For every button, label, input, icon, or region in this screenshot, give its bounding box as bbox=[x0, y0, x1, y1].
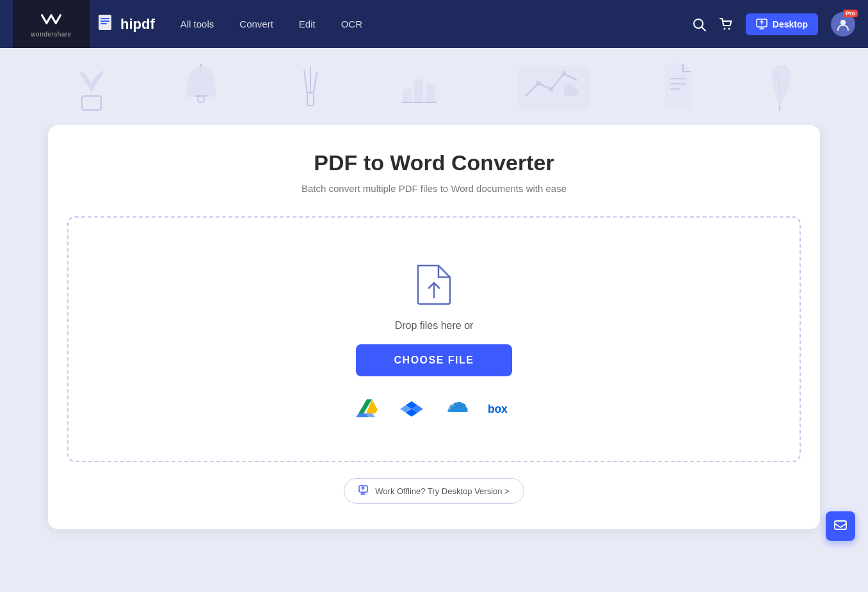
user-avatar-wrapper[interactable]: Pro bbox=[831, 12, 855, 36]
svg-point-9 bbox=[840, 20, 846, 25]
nav-edit[interactable]: Edit bbox=[299, 19, 316, 29]
converter-card: PDF to Word Converter Batch convert mult… bbox=[48, 125, 820, 529]
wondershare-logo: wondershare bbox=[13, 0, 90, 48]
nav-actions: Desktop Pro bbox=[692, 12, 855, 36]
desktop-version-button[interactable]: Work Offline? Try Desktop Version > bbox=[344, 478, 524, 504]
illus-document bbox=[661, 61, 696, 112]
navbar: wondershare hipdf All tools Convert Edit… bbox=[0, 0, 868, 48]
svg-rect-20 bbox=[426, 85, 434, 102]
illus-plant bbox=[72, 61, 111, 112]
nav-links: All tools Convert Edit OCR bbox=[181, 19, 692, 29]
drop-zone[interactable]: Drop files here or CHOOSE FILE bbox=[67, 216, 801, 462]
box-icon[interactable]: box bbox=[488, 396, 515, 422]
svg-point-12 bbox=[198, 96, 204, 102]
svg-line-17 bbox=[314, 72, 317, 93]
google-drive-icon[interactable] bbox=[353, 396, 380, 422]
nav-ocr[interactable]: OCR bbox=[341, 19, 362, 29]
desktop-banner-text: Work Offline? Try Desktop Version > bbox=[375, 486, 509, 496]
illus-chart bbox=[397, 61, 448, 112]
svg-rect-0 bbox=[99, 15, 111, 30]
cart-button[interactable] bbox=[719, 17, 733, 31]
hero-background bbox=[0, 48, 868, 125]
illus-bell bbox=[179, 61, 223, 112]
svg-rect-19 bbox=[415, 80, 422, 102]
svg-rect-18 bbox=[403, 90, 411, 102]
svg-point-3 bbox=[723, 28, 725, 29]
svg-line-15 bbox=[304, 70, 307, 93]
converter-subtitle: Batch convert multiple PDF files to Word… bbox=[67, 183, 801, 194]
svg-line-2 bbox=[702, 27, 705, 31]
desktop-button[interactable]: Desktop bbox=[746, 13, 818, 35]
upload-icon bbox=[412, 256, 456, 307]
upload-icon-wrapper bbox=[412, 256, 456, 307]
message-float-button[interactable] bbox=[826, 511, 855, 541]
choose-file-button[interactable]: CHOOSE FILE bbox=[356, 344, 513, 376]
search-button[interactable] bbox=[692, 17, 706, 31]
nav-convert[interactable]: Convert bbox=[239, 19, 273, 29]
svg-rect-22 bbox=[519, 67, 590, 109]
svg-point-24 bbox=[549, 87, 554, 92]
wondershare-text: wondershare bbox=[31, 31, 71, 38]
onedrive-icon[interactable] bbox=[443, 396, 470, 422]
main-content: PDF to Word Converter Batch convert mult… bbox=[0, 125, 868, 548]
svg-point-23 bbox=[536, 81, 541, 86]
converter-title: PDF to Word Converter bbox=[67, 150, 801, 175]
svg-text:box: box bbox=[488, 403, 508, 415]
cloud-icons: box bbox=[353, 396, 515, 422]
svg-rect-10 bbox=[82, 96, 101, 110]
svg-rect-14 bbox=[307, 93, 314, 106]
hero-illustrations bbox=[0, 61, 868, 112]
illus-pen bbox=[764, 61, 796, 112]
illus-tools bbox=[291, 61, 330, 112]
svg-point-4 bbox=[728, 28, 730, 29]
hipdf-logo: hipdf bbox=[97, 13, 155, 35]
pro-badge: Pro bbox=[843, 10, 858, 17]
hipdf-name: hipdf bbox=[120, 16, 155, 33]
hipdf-icon bbox=[97, 13, 115, 35]
desktop-banner: Work Offline? Try Desktop Version > bbox=[67, 478, 801, 504]
dropbox-icon[interactable] bbox=[398, 396, 425, 422]
svg-point-25 bbox=[561, 71, 567, 76]
desktop-btn-label: Desktop bbox=[773, 19, 808, 29]
nav-all-tools[interactable]: All tools bbox=[181, 19, 214, 29]
illus-monitor bbox=[516, 61, 593, 112]
drop-text: Drop files here or bbox=[395, 320, 474, 332]
